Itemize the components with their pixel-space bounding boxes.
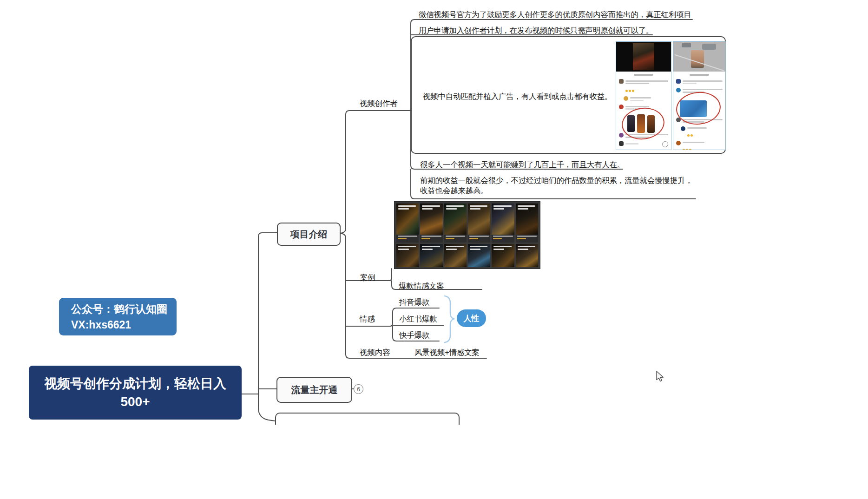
node-point-earnings[interactable]: 很多人一个视频一天就可能赚到了几百上千，而且大有人在。 xyxy=(420,160,625,170)
node-point-official-text: 微信视频号官方为了鼓励更多人创作更多的优质原创内容而推出的，真正红利项目 xyxy=(419,10,691,19)
node-point-growth[interactable]: 前期的收益一般就会很少，不过经过咱们的作品数量的积累，流量就会慢慢提升，收益也会… xyxy=(420,176,699,196)
node-video-content[interactable]: 视频内容 xyxy=(360,348,390,358)
node-douyin-hot-text: 抖音爆款 xyxy=(399,298,429,306)
central-topic-line1: 视频号创作分成计划，轻松日入 xyxy=(44,374,226,393)
node-video-content-label: 视频内容 xyxy=(360,348,390,356)
node-hot-emotion-copy-text: 爆款情感文案 xyxy=(399,282,444,290)
node-bottom-partial[interactable] xyxy=(275,413,460,425)
node-ad-revenue[interactable]: 视频中自动匹配并植入广告，有人看到或点击都有收益。 xyxy=(411,36,726,154)
callout-human-nature-text: 人性 xyxy=(464,313,480,324)
node-scenery-plus-copy[interactable]: 风景视频+情感文案 xyxy=(414,348,480,358)
promo-box[interactable]: 公众号：鹤行认知圈 VX:hxs6621 xyxy=(59,298,177,335)
node-video-creator[interactable]: 视频创作者 xyxy=(360,98,398,109)
node-ad-revenue-text: 视频中自动匹配并植入广告，有人看到或点击都有收益。 xyxy=(423,92,612,102)
curly-brace xyxy=(445,296,454,342)
promo-line2: VX:hxs6621 xyxy=(71,317,177,333)
node-kuaishou-hot[interactable]: 快手爆款 xyxy=(399,330,429,341)
central-topic[interactable]: 视频号创作分成计划，轻松日入 500+ xyxy=(29,366,242,420)
node-project-intro[interactable]: 项目介绍 xyxy=(277,223,341,246)
node-traffic-master-label: 流量主开通 xyxy=(291,384,338,396)
node-kuaishou-hot-text: 快手爆款 xyxy=(399,331,429,339)
node-project-intro-label: 项目介绍 xyxy=(290,228,328,241)
node-case[interactable]: 案例 xyxy=(360,273,375,283)
node-emotion[interactable]: 情感 xyxy=(360,314,375,324)
video-frame xyxy=(673,42,725,72)
node-video-creator-label: 视频创作者 xyxy=(360,99,398,107)
node-point-apply-text: 用户申请加入创作者计划，在发布视频的时候只需声明原创就可以了。 xyxy=(419,26,653,34)
promo-line1: 公众号：鹤行认知圈 xyxy=(71,301,177,317)
node-point-apply[interactable]: 用户申请加入创作者计划，在发布视频的时候只需声明原创就可以了。 xyxy=(419,26,653,36)
node-emotion-label: 情感 xyxy=(360,315,375,323)
node-traffic-master[interactable]: 流量主开通 xyxy=(276,377,352,403)
central-topic-line2: 500+ xyxy=(120,393,150,411)
node-douyin-hot[interactable]: 抖音爆款 xyxy=(399,297,429,308)
node-xiaohongshu-hot[interactable]: 小红书爆款 xyxy=(399,314,437,324)
video-frame xyxy=(616,42,671,72)
mouse-cursor xyxy=(656,371,665,383)
mindmap-canvas: 视频号创作分成计划，轻松日入 500+ 公众号：鹤行认知圈 VX:hxs6621… xyxy=(0,0,868,499)
screenshot-wechat-comments-left xyxy=(616,41,671,150)
screenshot-wechat-comments-right xyxy=(673,41,726,150)
node-case-label: 案例 xyxy=(360,273,375,282)
node-point-growth-text: 前期的收益一般就会很少，不过经过咱们的作品数量的积累，流量就会慢慢提升，收益也会… xyxy=(420,176,693,195)
case-video-grid-image[interactable] xyxy=(394,201,540,269)
node-hot-emotion-copy[interactable]: 爆款情感文案 xyxy=(399,281,444,291)
node-scenery-plus-copy-text: 风景视频+情感文案 xyxy=(414,348,480,356)
node-point-official[interactable]: 微信视频号官方为了鼓励更多人创作更多的优质原创内容而推出的，真正红利项目 xyxy=(419,10,691,20)
node-point-earnings-text: 很多人一个视频一天就可能赚到了几百上千，而且大有人在。 xyxy=(420,160,625,169)
collapsed-children-badge[interactable]: 6 xyxy=(354,384,363,394)
node-xiaohongshu-hot-text: 小红书爆款 xyxy=(399,315,437,323)
callout-human-nature[interactable]: 人性 xyxy=(457,309,486,327)
node-ad-revenue-label: 视频中自动匹配并植入广告，有人看到或点击都有收益。 xyxy=(423,92,612,100)
badge-count: 6 xyxy=(357,386,360,393)
